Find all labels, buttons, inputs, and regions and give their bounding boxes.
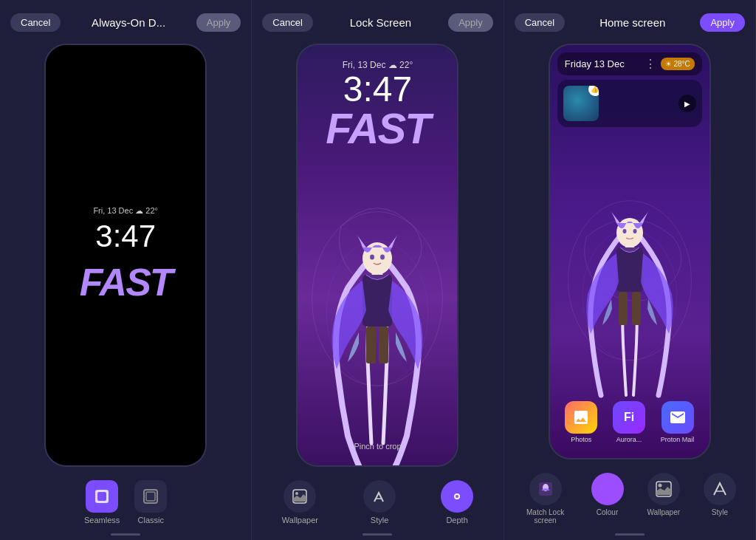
home-wallpaper-tool[interactable]: Wallpaper xyxy=(647,473,680,524)
aod-screen: Fri, 13 Dec ☁ 22° 3:47 FAST xyxy=(46,45,205,465)
lock-depth-tool[interactable]: Depth xyxy=(441,480,473,524)
lock-character xyxy=(318,229,436,465)
lock-header: Cancel Lock Screen Apply xyxy=(259,7,495,38)
home-character-svg xyxy=(574,207,685,414)
home-header: Cancel Home screen Apply xyxy=(512,7,748,38)
mail-label: Proton Mail xyxy=(661,436,695,443)
aod-scroll-indicator xyxy=(111,533,140,536)
mail-app[interactable]: Proton Mail xyxy=(661,401,695,443)
svg-rect-24 xyxy=(632,292,641,325)
home-style-tool[interactable]: Style xyxy=(704,473,736,524)
home-cancel-button[interactable]: Cancel xyxy=(515,13,565,32)
svg-rect-22 xyxy=(616,247,643,292)
lock-toolbar: Wallpaper Style Depth xyxy=(259,473,495,530)
svg-point-8 xyxy=(380,255,385,260)
lock-title: Lock Screen xyxy=(350,16,411,29)
home-title: Home screen xyxy=(599,16,665,29)
aurora-icon: Fi xyxy=(613,401,645,434)
svg-point-27 xyxy=(599,481,616,497)
svg-point-7 xyxy=(370,255,374,260)
aod-title: Always-On D... xyxy=(92,16,165,29)
home-panel: Cancel Home screen Apply Friday 13 Dec ⋮… xyxy=(504,0,756,540)
lock-screen: Fri, 13 Dec ☁ 22° 3:47 FAST xyxy=(298,45,457,465)
svg-rect-9 xyxy=(362,275,392,327)
home-date-right: ⋮ ☀ 28°C xyxy=(645,57,694,71)
lock-panel: Cancel Lock Screen Apply Fri, 13 Dec ☁ 2… xyxy=(252,0,504,540)
photos-label: Photos xyxy=(571,436,591,443)
aod-apply-button[interactable]: Apply xyxy=(196,13,241,32)
lock-wallpaper-icon xyxy=(284,480,316,513)
svg-rect-3 xyxy=(146,492,155,501)
svg-point-29 xyxy=(658,484,662,488)
lock-fast-word: FAST xyxy=(326,103,429,153)
home-wallpaper-icon xyxy=(647,473,680,505)
aod-panel: Cancel Always-On D... Apply Fri, 13 Dec … xyxy=(0,0,252,540)
classic-option[interactable]: Classic xyxy=(134,480,167,524)
lock-wallpaper-label: Wallpaper xyxy=(282,516,318,524)
lock-style-tool[interactable]: Style xyxy=(363,480,396,524)
aurora-app[interactable]: Fi Aurora... xyxy=(613,401,645,443)
media-thumbnail: 👍 xyxy=(563,86,599,121)
weather-badge: ☀ 28°C xyxy=(661,58,694,70)
aod-time: 3:47 xyxy=(95,219,156,254)
mail-icon xyxy=(662,401,694,434)
home-character xyxy=(574,207,685,414)
aod-word: FAST xyxy=(80,260,172,304)
media-widget[interactable]: 👍 ▶ xyxy=(557,80,702,127)
svg-rect-1 xyxy=(97,492,106,501)
aod-date: Fri, 13 Dec ☁ 22° xyxy=(93,206,158,216)
pinch-to-crop-label: Pinch to crop xyxy=(354,442,401,451)
aod-phone-frame: Fri, 13 Dec ☁ 22° 3:47 FAST xyxy=(44,44,207,467)
svg-point-21 xyxy=(633,229,636,233)
colour-label: Colour xyxy=(597,508,618,516)
svg-point-20 xyxy=(622,229,626,233)
app-grid: Photos Fi Aurora... Proton Mail xyxy=(557,401,702,443)
aod-header: Cancel Always-On D... Apply xyxy=(7,7,244,38)
match-lock-icon xyxy=(529,473,562,505)
svg-rect-23 xyxy=(619,292,628,325)
more-options-icon[interactable]: ⋮ xyxy=(645,57,656,71)
home-date-text: Friday 13 Dec xyxy=(565,58,625,69)
lock-style-icon xyxy=(363,480,396,513)
seamless-icon xyxy=(86,480,118,513)
lock-style-label: Style xyxy=(371,516,388,524)
home-wallpaper-label: Wallpaper xyxy=(647,508,680,516)
match-lock-screen-tool[interactable]: Match Lock screen xyxy=(523,473,568,524)
photos-icon xyxy=(565,401,597,434)
lock-wallpaper-tool[interactable]: Wallpaper xyxy=(282,480,318,524)
svg-point-13 xyxy=(295,492,298,495)
aod-toolbar: Seamless Classic xyxy=(7,473,244,530)
lock-depth-icon xyxy=(441,480,473,513)
classic-icon xyxy=(134,480,167,513)
svg-rect-10 xyxy=(366,327,376,363)
lock-phone-frame: Fri, 13 Dec ☁ 22° 3:47 FAST xyxy=(296,44,458,467)
home-style-icon xyxy=(704,473,736,505)
aod-style-options: Seamless Classic xyxy=(84,480,167,524)
aurora-label: Aurora... xyxy=(616,436,642,443)
seamless-option[interactable]: Seamless xyxy=(84,480,120,524)
aod-cancel-button[interactable]: Cancel xyxy=(10,13,61,32)
colour-tool[interactable]: Colour xyxy=(591,473,624,524)
svg-point-16 xyxy=(456,495,458,498)
home-scroll-indicator xyxy=(615,533,645,536)
photos-app[interactable]: Photos xyxy=(565,401,597,443)
home-toolbar: Match Lock screen Colour Wallpaper Style xyxy=(512,465,748,530)
home-style-label: Style xyxy=(712,508,728,516)
match-lock-label: Match Lock screen xyxy=(523,508,568,524)
lock-depth-label: Depth xyxy=(446,516,467,524)
lock-cancel-button[interactable]: Cancel xyxy=(262,13,312,32)
lock-apply-button[interactable]: Apply xyxy=(448,13,493,32)
lock-time: 3:47 xyxy=(343,72,413,107)
svg-rect-11 xyxy=(379,327,388,363)
home-date-widget: Friday 13 Dec ⋮ ☀ 28°C xyxy=(557,52,702,75)
home-phone-frame: Friday 13 Dec ⋮ ☀ 28°C 👍 ▶ xyxy=(549,44,711,459)
weather-temp: 28°C xyxy=(673,60,690,68)
colour-icon xyxy=(591,473,624,505)
home-apply-button[interactable]: Apply xyxy=(700,13,745,32)
classic-label: Classic xyxy=(138,516,164,524)
home-screen: Friday 13 Dec ⋮ ☀ 28°C 👍 ▶ xyxy=(550,45,709,458)
lock-scroll-indicator xyxy=(362,533,392,536)
lock-character-svg xyxy=(318,229,436,465)
lock-datetime: Fri, 13 Dec ☁ 22° 3:47 xyxy=(343,60,413,107)
play-button[interactable]: ▶ xyxy=(678,95,696,112)
